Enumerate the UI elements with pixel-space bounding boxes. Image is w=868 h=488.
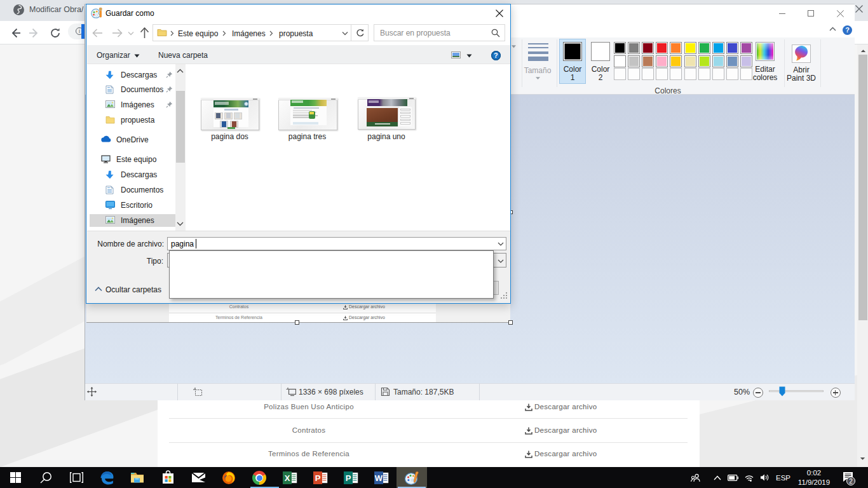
svg-text:P: P [315,473,321,483]
svg-text:W: W [375,473,383,483]
svg-text:P: P [346,473,351,483]
svg-text:X: X [285,473,290,483]
